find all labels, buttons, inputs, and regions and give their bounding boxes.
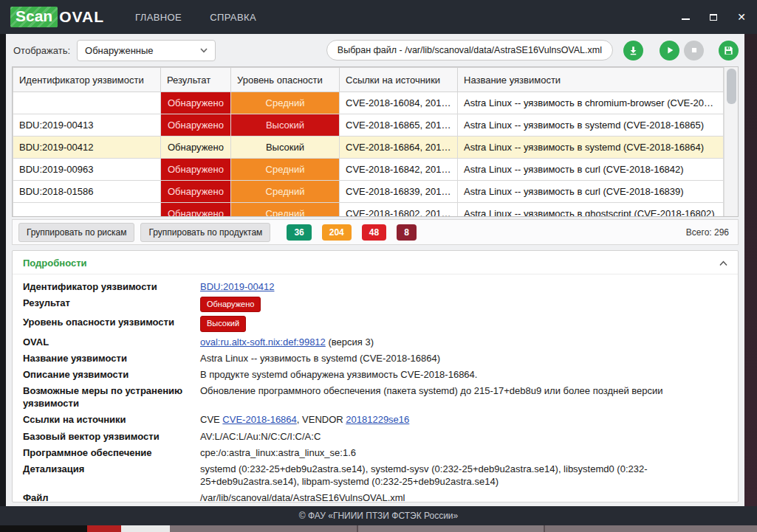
cell-name: Astra Linux -- уязвимость в systemd (CVE…: [458, 137, 724, 159]
column-header-refs[interactable]: Ссылки на источники: [340, 68, 458, 92]
field-references: Ссылки на источники CVE CVE-2018-16864, …: [23, 412, 727, 428]
cell-severity: Средний: [231, 92, 340, 114]
app-body: Отображать: Обнаруженные Выбран файл - /…: [6, 34, 744, 506]
column-header-result[interactable]: Результат: [161, 68, 231, 92]
group-by-risk-button[interactable]: Группировать по рискам: [18, 223, 134, 242]
cell-name: Astra Linux -- уязвимость в curl (CVE-20…: [458, 181, 724, 203]
table-scrollbar-thumb[interactable]: [727, 69, 736, 104]
menu-item-main[interactable]: ГЛАВНОЕ: [135, 12, 182, 23]
download-button[interactable]: [623, 41, 643, 61]
column-header-id[interactable]: Идентификатор уязвимости: [13, 68, 161, 92]
selected-file-button[interactable]: Выбран файл - /var/lib/scanoval/data/Ast…: [326, 40, 613, 61]
field-base-vector: Базовый вектор уязвимости AV:L/AC:L/Au:N…: [23, 428, 727, 444]
desktop-right-edge: [744, 34, 757, 506]
display-label: Отображать:: [13, 45, 70, 56]
cell-result: Обнаружено: [161, 92, 231, 114]
cell-result: Обнаружено: [161, 137, 231, 159]
cell-refs: CVE-2018-16842, 20190222se...: [340, 159, 458, 181]
field-vuln-id: Идентификатор уязвимости BDU:2019-00412: [23, 278, 727, 294]
logo-scan-badge: Scan: [10, 7, 58, 27]
menu-item-help[interactable]: СПРАВКА: [210, 12, 256, 23]
total-count: Всего: 296: [686, 227, 732, 238]
table-row[interactable]: Обнаружено Средний CVE-2018-16802, 20181…: [13, 203, 724, 218]
minimize-icon: [682, 18, 690, 20]
badge-count-high[interactable]: 48: [362, 224, 386, 241]
oval-version: (версия 3): [326, 336, 374, 348]
badge-count-low[interactable]: 36: [287, 224, 311, 241]
cell-name: Astra Linux -- уязвимость в chromium-bro…: [458, 92, 724, 114]
save-floppy-icon: [723, 45, 734, 56]
field-oval: OVAL oval:ru.altx-soft.nix:def:99812 (ве…: [23, 334, 727, 350]
oval-definition-link[interactable]: oval:ru.altx-soft.nix:def:99812: [200, 336, 326, 348]
cell-id: [13, 203, 161, 218]
copyright-text: © ФАУ «ГНИИИ ПТЗИ ФСТЭК России»: [299, 511, 458, 521]
table-row[interactable]: BDU:2018-01586 Обнаружено Средний CVE-20…: [13, 181, 724, 203]
vuln-id-link[interactable]: BDU:2019-00412: [200, 281, 274, 292]
table-row[interactable]: Обнаружено Средний CVE-2018-16084, 20181…: [13, 92, 724, 114]
cell-name: Astra Linux -- уязвимость в systemd (CVE…: [458, 114, 724, 137]
filter-select[interactable]: Обнаруженные: [77, 40, 216, 61]
maximize-icon: [710, 14, 717, 21]
cell-refs: CVE-2018-16865, 20181229se...: [340, 114, 458, 137]
field-software: Программное обеспечение cpe:/o:astra_lin…: [23, 444, 727, 460]
footer: © ФАУ «ГНИИИ ПТЗИ ФСТЭК России»: [0, 506, 757, 525]
close-button[interactable]: ✕: [736, 12, 747, 22]
cell-severity: Средний: [231, 181, 340, 203]
play-icon: [665, 45, 675, 55]
severity-badge: Высокий: [200, 316, 246, 332]
cell-id: [13, 92, 161, 114]
field-file: Файл /var/lib/scanoval/data/AstraSE16Vul…: [23, 490, 727, 502]
cell-id: BDU:2019-00963: [13, 159, 161, 181]
cell-result: Обнаружено: [161, 159, 231, 181]
app-logo: Scan OVAL: [10, 7, 104, 27]
badge-count-critical[interactable]: 8: [397, 224, 417, 241]
group-bar: Группировать по рискам Группировать по п…: [12, 219, 739, 245]
cell-severity: Средний: [231, 159, 340, 181]
minimize-button[interactable]: [680, 12, 691, 22]
table-row[interactable]: BDU:2019-00963 Обнаружено Средний CVE-20…: [13, 159, 724, 181]
collapse-details-button[interactable]: [719, 260, 727, 266]
vendor-reference-link[interactable]: 20181229se16: [346, 414, 409, 425]
cve-reference-link[interactable]: CVE-2018-16864: [222, 414, 296, 425]
cell-name: Astra Linux -- уязвимость в ghostscript …: [458, 203, 724, 218]
titlebar: Scan OVAL ГЛАВНОЕ СПРАВКА ✕: [0, 0, 757, 34]
field-result: Результат Обнаружено: [23, 294, 727, 314]
save-report-button[interactable]: [719, 41, 739, 61]
toolbar: Отображать: Обнаруженные Выбран файл - /…: [6, 34, 744, 66]
cell-refs: CVE-2018-16802, 20181229se...: [340, 203, 458, 218]
field-vuln-name: Название уязвимости Astra Linux -- уязви…: [23, 350, 727, 366]
desktop-strip: [0, 525, 757, 532]
cell-id: BDU:2019-00412: [13, 137, 161, 159]
cell-id: BDU:2018-01586: [13, 181, 161, 203]
cell-severity: Средний: [231, 203, 340, 218]
stop-icon: [689, 45, 699, 55]
badge-count-medium[interactable]: 204: [322, 224, 352, 241]
chevron-up-icon: [719, 260, 727, 266]
column-header-name[interactable]: Название уязвимости: [458, 68, 724, 92]
details-panel: Подробности Идентификатор уязвимости BDU…: [12, 250, 739, 502]
run-scan-button[interactable]: [660, 41, 679, 61]
table-row[interactable]: BDU:2019-00413 Обнаружено Высокий CVE-20…: [13, 114, 724, 137]
filter-select-value: Обнаруженные: [85, 45, 154, 56]
vulnerability-table: Идентификатор уязвимости Результат Урове…: [12, 66, 739, 217]
maximize-button[interactable]: [708, 12, 719, 22]
cell-severity: Высокий: [231, 114, 340, 137]
stop-scan-button[interactable]: [684, 41, 704, 61]
logo-oval-text: OVAL: [59, 8, 104, 26]
details-header: Подробности: [13, 251, 738, 274]
details-title: Подробности: [23, 258, 87, 269]
table-header-row: Идентификатор уязвимости Результат Урове…: [13, 68, 724, 92]
result-badge: Обнаружено: [200, 297, 261, 313]
details-fields: Идентификатор уязвимости BDU:2019-00412 …: [13, 274, 738, 502]
table-scrollbar[interactable]: [724, 67, 738, 216]
field-detail: Детализация systemd (0:232-25+deb9u2astr…: [23, 460, 727, 489]
table-row-selected[interactable]: BDU:2019-00412 Обнаружено Высокий CVE-20…: [13, 137, 724, 159]
download-arrow-icon: [628, 45, 639, 56]
cell-result: Обнаружено: [161, 181, 231, 203]
field-description: Описание уязвимости В продукте systemd о…: [23, 367, 727, 383]
cell-refs: CVE-2018-16084, 20181229se...: [340, 92, 458, 114]
group-by-product-button[interactable]: Группировать по продуктам: [140, 223, 270, 242]
cell-name: Astra Linux -- уязвимость в curl (CVE-20…: [458, 159, 724, 181]
chevron-down-icon: [200, 48, 208, 53]
column-header-severity[interactable]: Уровень опасности: [231, 68, 340, 92]
